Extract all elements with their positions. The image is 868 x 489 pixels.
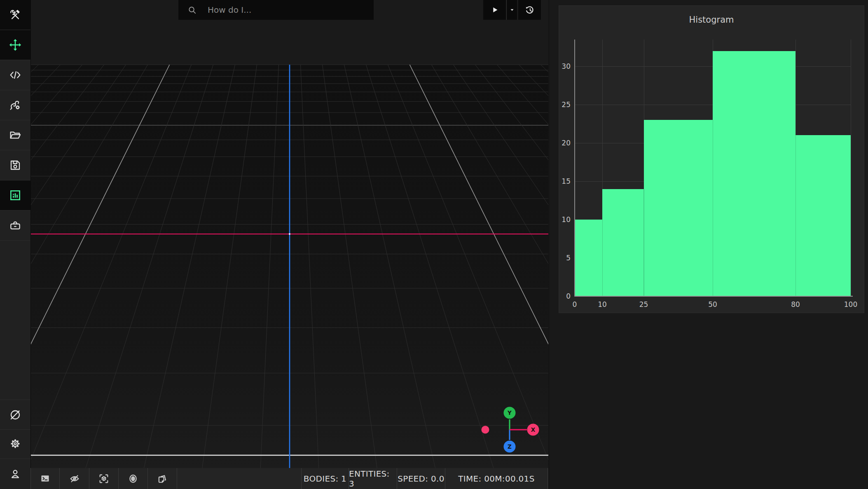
- y-tick-label: 30: [555, 62, 571, 70]
- wrench-head: [11, 10, 15, 14]
- sidebar-item-settings[interactable]: [0, 429, 30, 459]
- spline-gear-icon: [9, 98, 22, 112]
- axis-x-ball[interactable]: X: [527, 424, 539, 436]
- x-tick-label: 25: [635, 300, 653, 309]
- chart-title: Histogram: [559, 15, 864, 25]
- sidebar-item-tools[interactable]: [0, 0, 30, 30]
- history-button[interactable]: [518, 0, 541, 20]
- sidebar-item-orbit-toggle[interactable]: [0, 400, 30, 430]
- history-icon: [524, 5, 535, 15]
- sidebar: [0, 0, 31, 489]
- y-tick-label: 25: [555, 101, 571, 109]
- play-options-button[interactable]: [506, 0, 517, 20]
- person-icon: [9, 467, 22, 480]
- x-tick-label: 50: [704, 300, 722, 309]
- x-axis-line: [575, 296, 853, 297]
- x-tick-label: 100: [842, 300, 860, 309]
- sidebar-item-toolbox[interactable]: [0, 211, 30, 241]
- axis-gizmo: Y X Z: [474, 402, 544, 455]
- sidebar-item-account[interactable]: [0, 458, 30, 489]
- toolbox-icon: [9, 219, 22, 232]
- sidebar-item-move[interactable]: [0, 30, 30, 60]
- histogram-panel: Histogram 051015202530010255080100: [559, 5, 864, 313]
- hammer-head: [16, 10, 20, 14]
- status-entities: ENTITIES: 3: [349, 468, 397, 489]
- axis-y-ball[interactable]: Y: [504, 407, 516, 419]
- y-tick-label: 20: [555, 139, 571, 147]
- right-panel: Histogram 051015202530010255080100: [549, 0, 868, 489]
- sidebar-item-code[interactable]: [0, 60, 30, 90]
- caret-down-icon: [509, 7, 515, 13]
- histogram-bar: [575, 220, 602, 296]
- sidebar-item-save[interactable]: [0, 150, 30, 180]
- small-gear: [16, 105, 19, 109]
- x-tick-label: 10: [593, 300, 611, 309]
- copy-icon: [157, 473, 168, 484]
- terminal-icon: [40, 473, 51, 484]
- sphere-button[interactable]: [119, 468, 148, 489]
- eye-off-icon: [69, 473, 80, 484]
- x-tick-label: 0: [566, 300, 584, 309]
- duplicate-button[interactable]: [148, 468, 177, 489]
- move-arrows-icon: [8, 38, 22, 52]
- terminal-button[interactable]: [30, 468, 60, 489]
- axis-neg-x-ball[interactable]: [482, 426, 489, 434]
- frame-selection-button[interactable]: [89, 468, 119, 489]
- viewport-3d[interactable]: Y X Z: [30, 0, 548, 468]
- status-bodies: BODIES: 1: [301, 468, 349, 489]
- histogram-bar: [713, 51, 795, 296]
- search-input[interactable]: [207, 5, 369, 15]
- y-tick-label: 0: [555, 292, 571, 300]
- play-icon: [490, 5, 499, 14]
- y-tick-label: 5: [555, 254, 571, 262]
- status-bodies-text: BODIES: 1: [304, 474, 346, 484]
- frame-cube-icon: [98, 473, 110, 484]
- orbit-disabled-icon: [9, 408, 22, 421]
- histogram-bar: [644, 120, 713, 296]
- hide-button[interactable]: [60, 468, 89, 489]
- status-time-text: TIME: 00M:00.01S: [458, 474, 534, 484]
- search-icon: [187, 5, 197, 15]
- histogram-plot: 051015202530010255080100: [575, 40, 851, 296]
- sidebar-item-open[interactable]: [0, 120, 30, 150]
- play-button[interactable]: [483, 0, 506, 20]
- y-tick-label: 15: [555, 177, 571, 185]
- bar-chart-icon: [9, 189, 22, 202]
- floppy-disk-icon: [9, 159, 22, 172]
- status-time: TIME: 00M:00.01S: [445, 468, 548, 489]
- sidebar-item-charts[interactable]: [0, 180, 30, 211]
- histogram-bar: [602, 189, 644, 296]
- histogram-bar: [795, 135, 851, 296]
- status-bar: BODIES: 1 ENTITIES: 3 SPEED: 0.0 TIME: 0…: [30, 468, 548, 489]
- folder-open-icon: [9, 129, 22, 142]
- x-tick-label: 80: [786, 300, 805, 309]
- ground-grid: [30, 0, 548, 468]
- svg-text:Y: Y: [507, 409, 512, 416]
- sidebar-item-physics-settings[interactable]: [0, 90, 30, 120]
- tools-icon: [9, 8, 22, 21]
- axis-z-ball[interactable]: Z: [504, 441, 516, 453]
- circle-icon: [127, 473, 139, 484]
- status-entities-text: ENTITIES: 3: [349, 469, 397, 489]
- svg-text:X: X: [531, 426, 536, 433]
- y-tick-label: 10: [555, 215, 571, 224]
- gear-icon: [9, 437, 22, 450]
- y-axis-line: [574, 40, 575, 297]
- status-speed: SPEED: 0.0: [397, 468, 445, 489]
- status-speed-text: SPEED: 0.0: [398, 474, 444, 484]
- code-icon: [9, 68, 22, 82]
- svg-text:Z: Z: [508, 443, 512, 450]
- search-bar: [178, 0, 374, 20]
